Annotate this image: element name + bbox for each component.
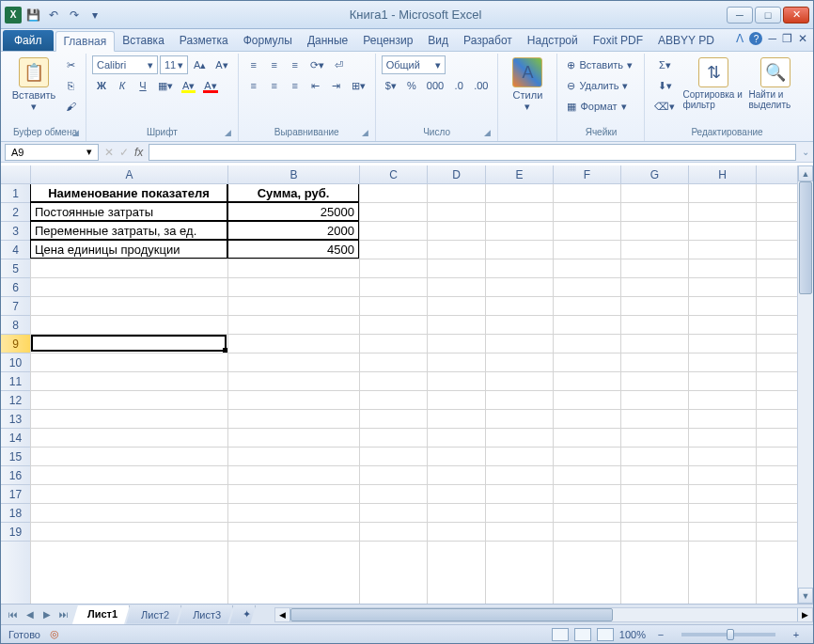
italic-button[interactable]: К	[113, 76, 132, 95]
vertical-scrollbar[interactable]: ▲ ▼	[797, 165, 813, 604]
scroll-left-button[interactable]: ◀	[275, 608, 290, 621]
scroll-right-button[interactable]: ▶	[797, 608, 812, 621]
column-header-A[interactable]: A	[31, 165, 228, 183]
zoom-level[interactable]: 100%	[619, 629, 646, 640]
column-header-B[interactable]: B	[228, 165, 360, 183]
autosum-button[interactable]: Σ▾	[650, 55, 679, 74]
align-bottom-button[interactable]: ≡	[286, 55, 305, 74]
grow-font-button[interactable]: A▴	[190, 55, 210, 74]
column-header-G[interactable]: G	[621, 165, 689, 183]
redo-button[interactable]: ↷	[65, 6, 84, 24]
expand-formula-bar-icon[interactable]: ⌄	[802, 147, 809, 157]
row-header-7[interactable]: 7	[1, 297, 31, 316]
cell-B3[interactable]: 2000	[227, 221, 359, 240]
column-header-H[interactable]: H	[689, 165, 757, 183]
percent-button[interactable]: %	[402, 76, 421, 95]
hscroll-thumb[interactable]	[290, 608, 612, 621]
select-all-corner[interactable]	[1, 165, 31, 183]
underline-button[interactable]: Ч	[133, 76, 152, 95]
column-header-D[interactable]: D	[428, 165, 486, 183]
scroll-up-button[interactable]: ▲	[798, 165, 813, 181]
clipboard-dialog-icon[interactable]: ◢	[72, 128, 84, 139]
tab-foxit[interactable]: Foxit PDF	[586, 30, 650, 51]
file-tab[interactable]: Файл	[3, 30, 54, 51]
row-header-1[interactable]: 1	[1, 184, 31, 203]
fill-button[interactable]: ⬇▾	[650, 76, 679, 95]
cancel-icon[interactable]: ✕	[104, 146, 114, 159]
cell-A1[interactable]: Наименование показателя	[30, 184, 227, 202]
alignment-dialog-icon[interactable]: ◢	[362, 128, 373, 139]
cell-A4[interactable]: Цена единицы продукции	[30, 240, 227, 259]
row-header-17[interactable]: 17	[1, 485, 31, 504]
cell-A3[interactable]: Переменные затраты, за ед.	[30, 221, 227, 240]
fx-icon[interactable]: fx	[134, 146, 143, 159]
tab-layout[interactable]: Разметка	[172, 30, 236, 51]
tab-addins[interactable]: Надстрой	[520, 30, 586, 51]
align-left-button[interactable]: ≡	[244, 76, 263, 95]
font-size-combo[interactable]: 11▾	[160, 55, 188, 74]
view-page-break-button[interactable]	[597, 628, 614, 641]
maximize-button[interactable]: □	[755, 7, 781, 24]
help-icon[interactable]: ?	[749, 32, 762, 45]
row-header-10[interactable]: 10	[1, 353, 31, 372]
shrink-font-button[interactable]: A▾	[211, 55, 231, 74]
zoom-in-button[interactable]: +	[787, 625, 806, 644]
vscroll-thumb[interactable]	[799, 181, 812, 294]
tab-view[interactable]: Вид	[420, 30, 456, 51]
increase-indent-button[interactable]: ⇥	[327, 76, 346, 95]
border-button[interactable]: ▦▾	[154, 76, 177, 95]
row-header-9[interactable]: 9	[1, 335, 31, 353]
scroll-down-button[interactable]: ▼	[798, 588, 813, 604]
paste-button[interactable]: 📋 Вставить ▾	[10, 55, 57, 113]
find-select-button[interactable]: 🔍 Найти и выделить	[748, 55, 803, 110]
zoom-slider[interactable]	[681, 633, 775, 636]
row-header-18[interactable]: 18	[1, 504, 31, 523]
row-header-5[interactable]: 5	[1, 259, 31, 278]
row-header-11[interactable]: 11	[1, 372, 31, 391]
fill-color-button[interactable]: A▾	[179, 76, 198, 95]
sheet-nav-prev[interactable]: ◀	[22, 606, 39, 623]
column-header-C[interactable]: C	[360, 165, 428, 183]
name-box[interactable]: A9▾	[5, 144, 99, 161]
sheet-tab-3[interactable]: Лист3	[178, 605, 233, 624]
align-middle-button[interactable]: ≡	[265, 55, 284, 74]
minimize-ribbon-icon[interactable]: ᐱ	[736, 32, 744, 45]
doc-minimize-icon[interactable]: ─	[768, 32, 776, 45]
cell-A2[interactable]: Постоянные затраты	[30, 202, 227, 221]
merge-button[interactable]: ⊞▾	[348, 76, 369, 95]
currency-button[interactable]: $▾	[382, 76, 400, 95]
view-normal-button[interactable]	[552, 628, 569, 641]
enter-icon[interactable]: ✓	[119, 146, 129, 159]
zoom-thumb[interactable]	[727, 629, 734, 640]
cell-B2[interactable]: 25000	[227, 202, 359, 221]
macro-record-icon[interactable]: ◎	[50, 628, 59, 640]
sheet-nav-first[interactable]: ⏮	[5, 606, 22, 623]
save-button[interactable]: 💾	[23, 6, 42, 24]
row-header-16[interactable]: 16	[1, 466, 31, 485]
tab-review[interactable]: Рецензир	[355, 30, 420, 51]
cells-grid[interactable]: Наименование показателяСумма, руб.Постоя…	[31, 184, 813, 604]
align-right-button[interactable]: ≡	[286, 76, 305, 95]
styles-button[interactable]: A Стили ▾	[504, 55, 551, 113]
align-top-button[interactable]: ≡	[244, 55, 263, 74]
cut-button[interactable]: ✂	[61, 55, 80, 74]
tab-home[interactable]: Главная	[55, 31, 116, 52]
format-painter-button[interactable]: 🖌	[61, 97, 80, 116]
row-header-12[interactable]: 12	[1, 391, 31, 410]
row-header-4[interactable]: 4	[1, 241, 31, 259]
sheet-nav-next[interactable]: ▶	[39, 606, 55, 623]
tab-developer[interactable]: Разработ	[456, 30, 520, 51]
doc-close-icon[interactable]: ✕	[798, 32, 807, 45]
close-button[interactable]: ✕	[783, 7, 809, 24]
delete-cells-button[interactable]: ⊖ Удалить ▾	[563, 76, 638, 95]
zoom-out-button[interactable]: −	[651, 625, 670, 644]
row-header-14[interactable]: 14	[1, 429, 31, 448]
doc-restore-icon[interactable]: ❐	[782, 32, 792, 45]
qat-dropdown[interactable]: ▾	[86, 6, 104, 24]
new-sheet-button[interactable]: ✦	[229, 605, 256, 624]
tab-formulas[interactable]: Формулы	[236, 30, 300, 51]
row-header-13[interactable]: 13	[1, 410, 31, 429]
tab-insert[interactable]: Вставка	[115, 30, 172, 51]
decrease-indent-button[interactable]: ⇤	[306, 76, 325, 95]
undo-button[interactable]: ↶	[44, 6, 63, 24]
